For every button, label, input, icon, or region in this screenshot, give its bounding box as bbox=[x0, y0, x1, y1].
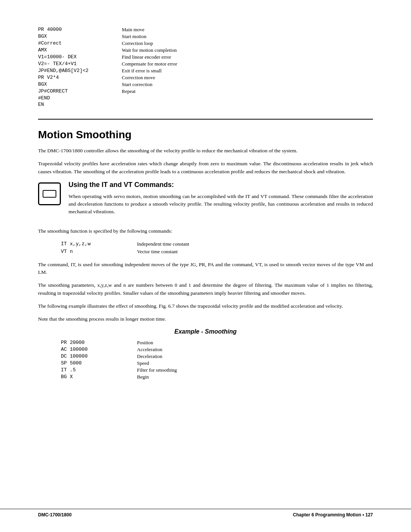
para4: Note that the smoothing process results … bbox=[38, 315, 373, 323]
code-row: V2=- TEX/4+V1Compensate for motor error bbox=[38, 61, 373, 67]
code-cell-left: EN bbox=[38, 102, 122, 107]
example-description: Begin bbox=[137, 374, 373, 380]
code-cell-right: Repeat bbox=[122, 88, 373, 94]
footer-right: Chapter 6 Programming Motion • 127 bbox=[293, 512, 373, 518]
code-cell-left: PR V2*4 bbox=[38, 75, 122, 81]
example-description: Deceleration bbox=[137, 353, 373, 359]
code-cell-left: JP#CORRECT bbox=[38, 88, 122, 94]
page: PR 40000Main moveBGXStart motion#Correct… bbox=[0, 0, 411, 532]
example-row: AC 100000Acceleration bbox=[61, 347, 373, 353]
command-code: VT n bbox=[61, 249, 137, 255]
code-cell-left: JP#END,@ABS[V2]<2 bbox=[38, 68, 122, 74]
code-row: JP#CORRECTRepeat bbox=[38, 88, 373, 94]
example-description: Acceleration bbox=[137, 347, 373, 353]
command-row: IT x,y,z,wIndependent time constant bbox=[61, 241, 373, 247]
command-description: Vector time constant bbox=[137, 249, 373, 255]
code-cell-right: Start correction bbox=[122, 81, 373, 88]
example-description: Filter for smoothing bbox=[137, 367, 373, 373]
it-vt-content: Using the IT and VT Commands: When opera… bbox=[68, 181, 373, 221]
code-cell-left: BGX bbox=[38, 81, 122, 88]
code-cell-right: Exit if error is small bbox=[122, 68, 373, 74]
code-cell-left: PR 40000 bbox=[38, 27, 122, 33]
code-cell-left: AMX bbox=[38, 47, 122, 53]
example-row: SP 5000Speed bbox=[61, 360, 373, 366]
code-row: V1=10000- DEXFind linear encoder error bbox=[38, 54, 373, 60]
example-code: PR 20000 bbox=[61, 340, 137, 346]
example-code: BG X bbox=[61, 374, 137, 380]
para3: The following example illustrates the ef… bbox=[38, 302, 373, 310]
example-description: Position bbox=[137, 340, 373, 346]
code-row: BGXStart motion bbox=[38, 34, 373, 40]
footer: DMC-1700/1800 Chapter 6 Programming Moti… bbox=[0, 509, 411, 521]
code-cell-right: Compensate for motor error bbox=[122, 61, 373, 67]
code-cell-right: Main move bbox=[122, 27, 373, 33]
code-cell-left: V2=- TEX/4+V1 bbox=[38, 61, 122, 67]
example-row: IT .5Filter for smoothing bbox=[61, 367, 373, 373]
example-row: PR 20000Position bbox=[61, 340, 373, 346]
example-table: PR 20000PositionAC 100000AccelerationDC … bbox=[61, 340, 373, 380]
intro-para-2: Trapezoidal velocity profiles have accel… bbox=[38, 160, 373, 176]
example-code: AC 100000 bbox=[61, 347, 137, 353]
code-cell-right: Correction loop bbox=[122, 40, 373, 46]
code-cell-left: #END bbox=[38, 95, 122, 101]
code-cell-right bbox=[122, 95, 373, 101]
code-cell-right: Start motion bbox=[122, 34, 373, 40]
section-title: Motion Smoothing bbox=[38, 129, 373, 141]
code-cell-right: Correction move bbox=[122, 75, 373, 81]
para1: The command, IT, is used for smoothing i… bbox=[38, 261, 373, 276]
it-vt-section: Using the IT and VT Commands: When opera… bbox=[38, 181, 373, 221]
code-cell-left: #Correct bbox=[38, 40, 122, 46]
sub-heading: Using the IT and VT Commands: bbox=[68, 181, 373, 189]
commands-table: IT x,y,z,wIndependent time constantVT nV… bbox=[61, 241, 373, 255]
code-row: #CorrectCorrection loop bbox=[38, 40, 373, 46]
footer-left: DMC-1700/1800 bbox=[38, 512, 72, 518]
code-row: JP#END,@ABS[V2]<2Exit if error is small bbox=[38, 68, 373, 74]
example-code: IT .5 bbox=[61, 367, 137, 373]
example-code: DC 100000 bbox=[61, 353, 137, 359]
para2: The smoothing parameters, x,y,z,w and n … bbox=[38, 281, 373, 297]
example-row: BG XBegin bbox=[61, 374, 373, 380]
example-heading: Example - Smoothing bbox=[38, 328, 373, 335]
note-icon-inner bbox=[43, 190, 56, 198]
code-row: EN bbox=[38, 102, 373, 107]
example-code: SP 5000 bbox=[61, 360, 137, 366]
command-row: VT nVector time constant bbox=[61, 249, 373, 255]
intro-para-1: The DMC-1700/1800 controller allows the … bbox=[38, 147, 373, 155]
section-divider bbox=[38, 119, 373, 120]
code-cell-right: Find linear encoder error bbox=[122, 54, 373, 60]
code-cell-left: BGX bbox=[38, 34, 122, 40]
command-description: Independent time constant bbox=[137, 241, 373, 247]
code-row: #END bbox=[38, 95, 373, 101]
code-cell-right bbox=[122, 102, 373, 107]
code-row: AMXWait for motion completion bbox=[38, 47, 373, 53]
top-code-table: PR 40000Main moveBGXStart motion#Correct… bbox=[38, 27, 373, 107]
note-icon bbox=[38, 182, 61, 205]
example-description: Speed bbox=[137, 360, 373, 366]
it-vt-body: When operating with servo motors, motion… bbox=[68, 193, 373, 216]
code-row: PR V2*4Correction move bbox=[38, 75, 373, 81]
smoothing-function-text: The smoothing function is specified by t… bbox=[38, 227, 373, 235]
code-cell-left: V1=10000- DEX bbox=[38, 54, 122, 60]
code-row: PR 40000Main move bbox=[38, 27, 373, 33]
command-code: IT x,y,z,w bbox=[61, 241, 137, 247]
code-row: BGXStart correction bbox=[38, 81, 373, 88]
code-cell-right: Wait for motion completion bbox=[122, 47, 373, 53]
example-row: DC 100000Deceleration bbox=[61, 353, 373, 359]
